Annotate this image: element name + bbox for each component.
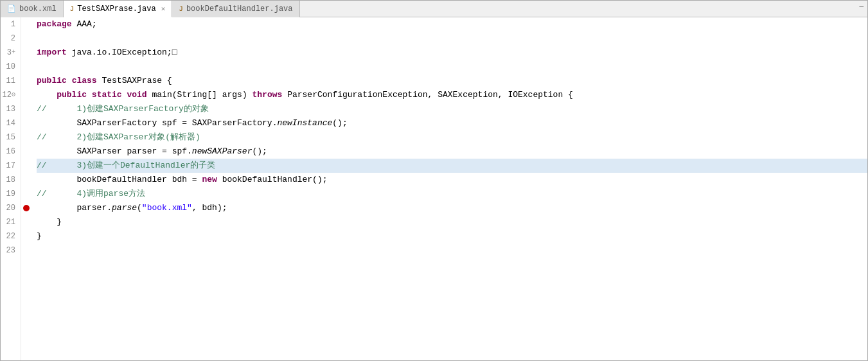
mk-3 xyxy=(21,46,31,60)
code-line-23 xyxy=(37,243,867,258)
code-content: package AAA; import java.io.IOException;… xyxy=(31,17,867,360)
code-line-10 xyxy=(37,60,867,74)
editor-container: 📄 book.xml J TestSAXPrase.java ✕ J bookD… xyxy=(0,0,868,361)
comment-13: // 1)创建SAXParserFactory的对象 xyxy=(37,102,209,116)
xml-icon: 📄 xyxy=(7,4,16,13)
indent-14: SAXParserFactory spf = SAXParserFactory. xyxy=(37,116,277,130)
code-line-3: import java.io.IOException;□ xyxy=(37,46,867,60)
mk-22 xyxy=(21,229,31,243)
ln-20: 20 xyxy=(1,201,19,215)
kw-throws: throws xyxy=(252,88,283,102)
sp-11b: TestSAXPrase { xyxy=(97,74,172,88)
left-gutter: 1 2 3+ 10 11 12⊖ 13 14 15 16 17 18 19 20… xyxy=(1,17,31,360)
kw-import: import xyxy=(37,46,67,60)
method-newInstance: newInstance xyxy=(277,116,332,130)
ln-18: 18 xyxy=(1,173,19,187)
indent-21: } xyxy=(37,215,62,229)
indent-12 xyxy=(37,88,57,102)
indent-20: parser. xyxy=(37,201,112,215)
code-18-rest: bookDefaultHandler(); xyxy=(217,173,328,187)
code-line-13: // 1)创建SAXParserFactory的对象 xyxy=(37,102,867,116)
kw-new: new xyxy=(202,173,217,187)
code-line-17: // 3)创建一个DefaultHandler的子类 xyxy=(37,159,867,173)
comment-17: // 3)创建一个DefaultHandler的子类 xyxy=(37,159,215,173)
kw-public-11: public xyxy=(37,74,67,88)
string-bookxml: "book.xml" xyxy=(142,201,192,215)
ln-2: 2 xyxy=(1,31,19,46)
sp-12a xyxy=(87,88,92,102)
sp-11a xyxy=(67,74,72,88)
code-20b: , bdh); xyxy=(192,201,227,215)
indent-18: bookDefaultHandler bdh = xyxy=(37,173,202,187)
ln-17: 17 xyxy=(1,159,19,173)
ln-21: 21 xyxy=(1,215,19,229)
ln-13: 13 xyxy=(1,102,19,116)
code-line-22: } xyxy=(37,229,867,243)
mk-18 xyxy=(21,173,31,187)
tab-test-sax-prase-label: TestSAXPrase.java xyxy=(77,4,155,13)
mk-20 xyxy=(21,201,31,215)
code-line-21: } xyxy=(37,215,867,229)
ln-16: 16 xyxy=(1,145,19,159)
kw-package: package xyxy=(37,17,72,31)
line-numbers: 1 2 3+ 10 11 12⊖ 13 14 15 16 17 18 19 20… xyxy=(1,17,21,360)
code-14-rest: (); xyxy=(332,116,347,130)
mk-12 xyxy=(21,88,31,102)
code-line-18: bookDefaultHandler bdh = new bookDefault… xyxy=(37,173,867,187)
code-line-12: public static void main(String[] args) t… xyxy=(37,88,867,102)
method-parse: parse xyxy=(112,201,137,215)
code-20a: ( xyxy=(137,201,142,215)
ln-12: 12⊖ xyxy=(1,88,19,102)
ln-15: 15 xyxy=(1,130,19,145)
mk-19 xyxy=(21,187,31,201)
mk-1 xyxy=(21,17,31,31)
mk-2 xyxy=(21,31,31,46)
code-line-15: // 2)创建SAXParser对象(解析器) xyxy=(37,130,867,145)
kw-class: class xyxy=(72,74,97,88)
kw-void: void xyxy=(127,88,146,102)
ln-14: 14 xyxy=(1,116,19,130)
mk-16 xyxy=(21,145,31,159)
mk-14 xyxy=(21,116,31,130)
code-3-rest: java.io.IOException;□ xyxy=(67,46,177,60)
tab-test-sax-prase[interactable]: J TestSAXPrase.java ✕ xyxy=(64,1,173,17)
tab-close-test-sax[interactable]: ✕ xyxy=(161,4,166,13)
code-area: 1 2 3+ 10 11 12⊖ 13 14 15 16 17 18 19 20… xyxy=(1,17,867,360)
code-line-11: public class TestSAXPrase { xyxy=(37,74,867,88)
kw-public-12: public xyxy=(57,88,87,102)
tab-book-xml-label: book.xml xyxy=(19,4,57,13)
java-icon-2: J xyxy=(179,5,183,13)
ln-10: 10 xyxy=(1,60,19,74)
mk-17 xyxy=(21,159,31,173)
code-line-19: // 4)调用parse方法 xyxy=(37,187,867,201)
code-line-16: SAXParser parser = spf.newSAXParser(); xyxy=(37,145,867,159)
tab-book-default-handler[interactable]: J bookDefaultHandler.java xyxy=(172,1,299,17)
minimize-button[interactable]: ─ xyxy=(859,3,864,11)
comment-15: // 2)创建SAXParser对象(解析器) xyxy=(37,130,200,145)
tab-book-xml[interactable]: 📄 book.xml xyxy=(1,1,64,17)
indent-16: SAXParser parser = spf. xyxy=(37,145,192,159)
mk-15 xyxy=(21,130,31,145)
code-line-1: package AAA; xyxy=(37,17,867,31)
breakpoint-20 xyxy=(23,205,30,211)
sp-12b xyxy=(122,88,127,102)
code-line-14: SAXParserFactory spf = SAXParserFactory.… xyxy=(37,116,867,130)
code-1-rest: AAA; xyxy=(72,17,97,31)
tab-bar: 📄 book.xml J TestSAXPrase.java ✕ J bookD… xyxy=(1,1,867,17)
ln-22: 22 xyxy=(1,229,19,243)
method-newSAXParser: newSAXParser xyxy=(192,145,252,159)
marker-col xyxy=(21,17,31,360)
kw-static: static xyxy=(92,88,122,102)
mk-23 xyxy=(21,243,31,258)
java-icon-1: J xyxy=(70,5,75,13)
code-22: } xyxy=(37,229,42,243)
code-line-20: parser.parse("book.xml", bdh); xyxy=(37,201,867,215)
comment-19: // 4)调用parse方法 xyxy=(37,187,145,201)
ln-3: 3+ xyxy=(1,46,19,60)
tab-book-default-handler-label: bookDefaultHandler.java xyxy=(186,4,293,13)
ln-19: 19 xyxy=(1,187,19,201)
mk-21 xyxy=(21,215,31,229)
sp-12d: ParserConfigurationException, SAXExcepti… xyxy=(282,88,572,102)
code-16-rest: (); xyxy=(252,145,267,159)
ln-23: 23 xyxy=(1,243,19,258)
